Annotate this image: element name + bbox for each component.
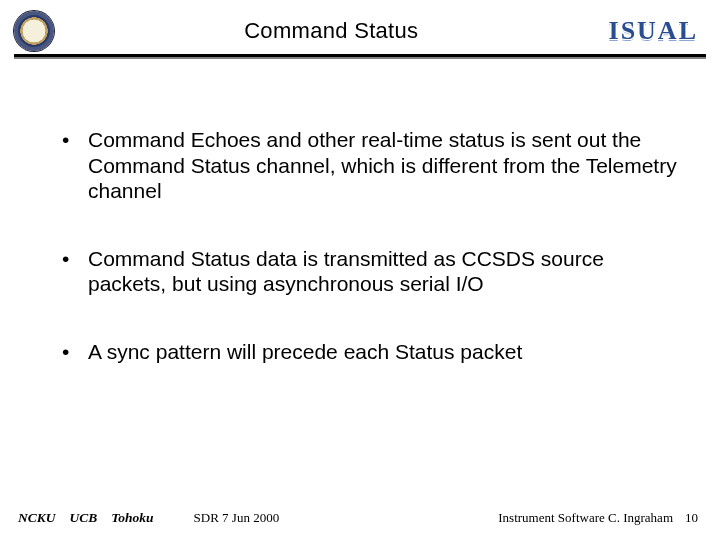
slide-title: Command Status [54,18,609,44]
event-label: SDR 7 Jun 2000 [194,510,280,526]
slide-footer: NCKU UCB Tohoku SDR 7 Jun 2000 Instrumen… [0,510,720,526]
institution: Tohoku [111,510,153,526]
institution: UCB [70,510,98,526]
university-seal-icon [14,11,54,51]
page-number: 10 [685,510,698,526]
institution: NCKU [18,510,56,526]
slide-content: Command Echoes and other real-time statu… [0,57,720,365]
bullet-list: Command Echoes and other real-time statu… [60,127,680,365]
author-label: Instrument Software C. Ingraham [498,510,673,526]
bullet-item: Command Echoes and other real-time statu… [60,127,680,204]
bullet-item: Command Status data is transmitted as CC… [60,246,680,297]
bullet-item: A sync pattern will precede each Status … [60,339,680,365]
institutions: NCKU UCB Tohoku [18,510,154,526]
slide-header: Command Status ISUAL [0,0,720,54]
project-brand: ISUAL [609,16,698,46]
